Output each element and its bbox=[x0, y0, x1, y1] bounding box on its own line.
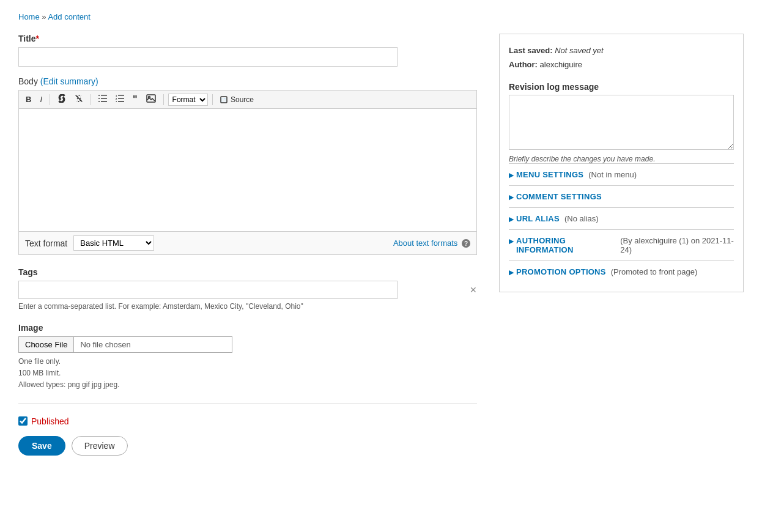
svg-rect-3 bbox=[101, 101, 107, 102]
breadcrumb-add-content[interactable]: Add content bbox=[48, 12, 90, 21]
constraint-one-file: One file only. bbox=[18, 356, 481, 368]
title-input[interactable] bbox=[18, 47, 398, 67]
svg-point-4 bbox=[98, 95, 100, 96]
unordered-list-button[interactable] bbox=[95, 94, 110, 105]
menu-settings-header[interactable]: ▶ MENU SETTINGS (Not in menu) bbox=[509, 170, 734, 179]
toolbar-divider-2 bbox=[91, 94, 91, 105]
menu-settings-subtitle: (Not in menu) bbox=[588, 170, 637, 179]
url-alias-title: URL ALIAS bbox=[516, 214, 560, 223]
authoring-info-subtitle: (By alexchiguire (1) on 2021-11-24) bbox=[620, 236, 734, 254]
text-format-select[interactable]: Basic HTML Full HTML Plain text Restrict… bbox=[73, 235, 154, 251]
published-label[interactable]: Published bbox=[31, 416, 69, 426]
url-alias-subtitle: (No alias) bbox=[564, 214, 599, 223]
source-button[interactable]: 📄 Source bbox=[217, 94, 257, 105]
promotion-options-arrow: ▶ bbox=[509, 268, 514, 276]
authoring-info-title: AUTHORING INFORMATION bbox=[516, 236, 615, 254]
svg-line-0 bbox=[76, 95, 83, 102]
edit-summary-link[interactable]: (Edit summary) bbox=[40, 76, 98, 86]
comment-settings-header[interactable]: ▶ COMMENT SETTINGS bbox=[509, 192, 734, 201]
svg-rect-7 bbox=[118, 95, 124, 96]
required-star: * bbox=[36, 34, 39, 43]
link-button[interactable] bbox=[54, 93, 69, 106]
italic-button[interactable]: I bbox=[37, 94, 45, 105]
svg-point-6 bbox=[98, 101, 100, 102]
image-section: Image Choose File No file chosen One fil… bbox=[18, 323, 481, 391]
last-saved-value: Not saved yet bbox=[555, 46, 604, 55]
constraint-types: Allowed types: png gif jpg jpeg. bbox=[18, 379, 481, 391]
svg-rect-8 bbox=[118, 98, 124, 99]
author-value: alexchiguire bbox=[540, 60, 582, 69]
tags-clear-button[interactable]: ✕ bbox=[470, 285, 477, 295]
breadcrumb: Home » Add content bbox=[18, 12, 744, 21]
main-content: Title* Body (Edit summary) B I bbox=[18, 34, 481, 456]
tags-hint: Enter a comma-separated list. For exampl… bbox=[18, 302, 481, 311]
svg-rect-1 bbox=[101, 95, 107, 96]
editor-wrapper: B I bbox=[18, 90, 477, 255]
comment-settings-title: COMMENT SETTINGS bbox=[516, 192, 602, 201]
file-input-wrapper: Choose File No file chosen bbox=[18, 336, 481, 353]
format-dropdown[interactable]: Format bbox=[168, 94, 208, 106]
svg-text:3: 3 bbox=[116, 100, 117, 102]
menu-settings-arrow: ▶ bbox=[509, 171, 514, 179]
unlink-button[interactable] bbox=[72, 93, 86, 106]
sidebar-meta: Last saved: Not saved yet Author: alexch… bbox=[509, 43, 734, 72]
url-alias-section: ▶ URL ALIAS (No alias) bbox=[509, 207, 734, 229]
promotion-options-header[interactable]: ▶ PROMOTION OPTIONS (Promoted to front p… bbox=[509, 267, 734, 276]
text-format-label: Text format bbox=[25, 238, 67, 248]
editor-footer: Text format Basic HTML Full HTML Plain t… bbox=[19, 231, 476, 254]
about-text-formats-link[interactable]: About text formats bbox=[393, 238, 458, 248]
author-row: Author: alexchiguire bbox=[509, 57, 734, 72]
published-row: Published bbox=[18, 416, 481, 426]
authoring-info-header[interactable]: ▶ AUTHORING INFORMATION (By alexchiguire… bbox=[509, 236, 734, 254]
bold-button[interactable]: B bbox=[23, 94, 34, 105]
url-alias-arrow: ▶ bbox=[509, 215, 514, 223]
title-label: Title* bbox=[18, 34, 481, 43]
image-label: Image bbox=[18, 323, 481, 333]
svg-text:📄: 📄 bbox=[221, 98, 226, 103]
about-text-formats: About text formats ? bbox=[393, 238, 470, 248]
title-field-wrapper: Title* bbox=[18, 34, 481, 67]
breadcrumb-home[interactable]: Home bbox=[18, 12, 40, 21]
toolbar-divider-4 bbox=[212, 94, 213, 105]
constraint-size: 100 MB limit. bbox=[18, 368, 481, 379]
revision-log-label: Revision log message bbox=[509, 82, 734, 92]
save-button[interactable]: Save bbox=[18, 436, 65, 456]
menu-settings-section: ▶ MENU SETTINGS (Not in menu) bbox=[509, 163, 734, 185]
tags-section: Tags ✕ Enter a comma-separated list. For… bbox=[18, 267, 481, 311]
help-icon[interactable]: ? bbox=[462, 239, 470, 248]
sidebar: Last saved: Not saved yet Author: alexch… bbox=[499, 34, 744, 292]
ordered-list-button[interactable]: 1 2 3 bbox=[113, 94, 127, 105]
choose-file-button[interactable]: Choose File bbox=[18, 336, 73, 353]
section-divider bbox=[18, 404, 477, 404]
last-saved-label: Last saved: bbox=[509, 46, 553, 55]
svg-point-5 bbox=[98, 98, 100, 99]
revision-hint: Briefly describe the changes you have ma… bbox=[509, 155, 734, 163]
comment-settings-section: ▶ COMMENT SETTINGS bbox=[509, 185, 734, 207]
revision-log-wrapper: Revision log message Briefly describe th… bbox=[509, 82, 734, 163]
svg-rect-2 bbox=[101, 98, 107, 99]
breadcrumb-separator: » bbox=[42, 12, 48, 21]
tags-input-wrapper: ✕ bbox=[18, 281, 481, 299]
authoring-info-arrow: ▶ bbox=[509, 237, 514, 245]
authoring-info-section: ▶ AUTHORING INFORMATION (By alexchiguire… bbox=[509, 229, 734, 260]
last-saved-row: Last saved: Not saved yet bbox=[509, 43, 734, 57]
promotion-options-section: ▶ PROMOTION OPTIONS (Promoted to front p… bbox=[509, 260, 734, 283]
toolbar-divider-3 bbox=[163, 94, 164, 105]
image-button[interactable] bbox=[143, 93, 159, 106]
promotion-options-title: PROMOTION OPTIONS bbox=[516, 267, 606, 276]
svg-rect-9 bbox=[118, 101, 124, 102]
preview-button[interactable]: Preview bbox=[72, 436, 128, 456]
tags-label: Tags bbox=[18, 267, 481, 277]
no-file-text: No file chosen bbox=[73, 336, 232, 353]
body-editor[interactable] bbox=[19, 109, 476, 231]
published-checkbox[interactable] bbox=[18, 416, 28, 426]
body-label: Body (Edit summary) bbox=[18, 76, 481, 86]
blockquote-button[interactable]: " bbox=[130, 94, 141, 106]
file-constraints: One file only. 100 MB limit. Allowed typ… bbox=[18, 356, 481, 391]
url-alias-header[interactable]: ▶ URL ALIAS (No alias) bbox=[509, 214, 734, 223]
revision-log-textarea[interactable] bbox=[509, 95, 734, 150]
author-label: Author: bbox=[509, 60, 538, 69]
actions-row: Save Preview bbox=[18, 436, 481, 456]
toolbar-divider-1 bbox=[50, 94, 50, 105]
tags-input[interactable] bbox=[18, 281, 398, 299]
